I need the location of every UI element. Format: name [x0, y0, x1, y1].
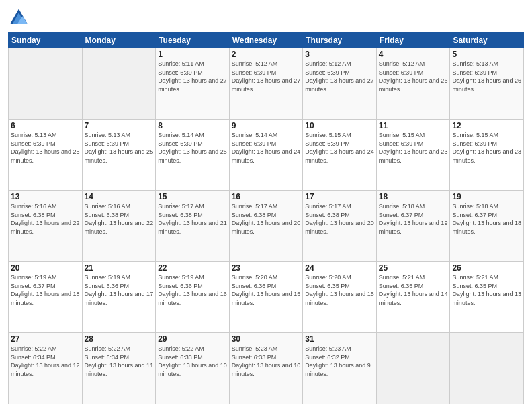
day-number: 18: [379, 192, 448, 201]
day-info: Sunrise: 5:14 AM Sunset: 6:39 PM Dayligh…: [158, 131, 227, 165]
calendar-cell: 11Sunrise: 5:15 AM Sunset: 6:39 PM Dayli…: [376, 120, 450, 191]
weekday-saturday: Saturday: [450, 33, 524, 48]
day-info: Sunrise: 5:19 AM Sunset: 6:37 PM Dayligh…: [11, 273, 80, 307]
page: SundayMondayTuesdayWednesdayThursdayFrid…: [0, 0, 532, 411]
day-info: Sunrise: 5:15 AM Sunset: 6:39 PM Dayligh…: [305, 131, 374, 165]
calendar-cell: 9Sunrise: 5:14 AM Sunset: 6:39 PM Daylig…: [229, 120, 303, 191]
day-info: Sunrise: 5:11 AM Sunset: 6:39 PM Dayligh…: [158, 60, 227, 93]
day-number: 28: [85, 334, 154, 344]
calendar-cell: 17Sunrise: 5:17 AM Sunset: 6:38 PM Dayli…: [303, 191, 377, 262]
day-number: 12: [452, 121, 521, 130]
day-number: 22: [158, 263, 227, 273]
calendar-cell: 20Sunrise: 5:19 AM Sunset: 6:37 PM Dayli…: [9, 262, 83, 333]
day-info: Sunrise: 5:18 AM Sunset: 6:37 PM Dayligh…: [379, 202, 448, 236]
calendar-cell: 25Sunrise: 5:21 AM Sunset: 6:35 PM Dayli…: [376, 262, 450, 333]
week-row-3: 13Sunrise: 5:16 AM Sunset: 6:38 PM Dayli…: [9, 191, 524, 262]
calendar-cell: 14Sunrise: 5:16 AM Sunset: 6:38 PM Dayli…: [82, 191, 156, 262]
calendar-cell: 13Sunrise: 5:16 AM Sunset: 6:38 PM Dayli…: [9, 191, 83, 262]
calendar-cell: [376, 333, 450, 404]
calendar-cell: 22Sunrise: 5:19 AM Sunset: 6:36 PM Dayli…: [156, 262, 230, 333]
day-info: Sunrise: 5:12 AM Sunset: 6:39 PM Dayligh…: [232, 60, 301, 93]
day-info: Sunrise: 5:18 AM Sunset: 6:37 PM Dayligh…: [452, 202, 521, 236]
day-info: Sunrise: 5:13 AM Sunset: 6:39 PM Dayligh…: [452, 60, 521, 93]
day-info: Sunrise: 5:12 AM Sunset: 6:39 PM Dayligh…: [379, 60, 448, 93]
calendar-cell: 10Sunrise: 5:15 AM Sunset: 6:39 PM Dayli…: [303, 120, 377, 191]
day-info: Sunrise: 5:22 AM Sunset: 6:34 PM Dayligh…: [11, 345, 80, 378]
calendar-cell: 21Sunrise: 5:19 AM Sunset: 6:36 PM Dayli…: [82, 262, 156, 333]
week-row-4: 20Sunrise: 5:19 AM Sunset: 6:37 PM Dayli…: [9, 262, 524, 333]
weekday-monday: Monday: [82, 33, 156, 48]
logo: [8, 7, 32, 28]
calendar-cell: 28Sunrise: 5:22 AM Sunset: 6:34 PM Dayli…: [82, 333, 156, 404]
day-number: 4: [379, 50, 448, 59]
calendar-cell: 4Sunrise: 5:12 AM Sunset: 6:39 PM Daylig…: [376, 48, 450, 120]
day-info: Sunrise: 5:19 AM Sunset: 6:36 PM Dayligh…: [158, 273, 227, 307]
calendar-cell: 30Sunrise: 5:23 AM Sunset: 6:33 PM Dayli…: [229, 333, 303, 404]
week-row-2: 6Sunrise: 5:13 AM Sunset: 6:39 PM Daylig…: [9, 120, 524, 191]
calendar-cell: [82, 48, 156, 120]
calendar-cell: 12Sunrise: 5:15 AM Sunset: 6:39 PM Dayli…: [450, 120, 524, 191]
day-number: 29: [158, 334, 227, 344]
day-info: Sunrise: 5:22 AM Sunset: 6:34 PM Dayligh…: [85, 345, 154, 378]
day-info: Sunrise: 5:20 AM Sunset: 6:36 PM Dayligh…: [232, 273, 301, 307]
weekday-sunday: Sunday: [9, 33, 83, 48]
day-info: Sunrise: 5:23 AM Sunset: 6:32 PM Dayligh…: [305, 345, 374, 378]
day-number: 26: [452, 263, 521, 273]
logo-icon: [8, 7, 30, 28]
calendar-cell: [9, 48, 83, 120]
week-row-1: 1Sunrise: 5:11 AM Sunset: 6:39 PM Daylig…: [9, 48, 524, 120]
calendar-cell: 8Sunrise: 5:14 AM Sunset: 6:39 PM Daylig…: [156, 120, 230, 191]
day-info: Sunrise: 5:15 AM Sunset: 6:39 PM Dayligh…: [379, 131, 448, 165]
day-number: 24: [305, 263, 374, 273]
day-number: 25: [379, 263, 448, 273]
calendar-cell: 7Sunrise: 5:13 AM Sunset: 6:39 PM Daylig…: [82, 120, 156, 191]
weekday-friday: Friday: [376, 33, 450, 48]
calendar-cell: 2Sunrise: 5:12 AM Sunset: 6:39 PM Daylig…: [229, 48, 303, 120]
day-info: Sunrise: 5:17 AM Sunset: 6:38 PM Dayligh…: [232, 202, 301, 236]
day-number: 7: [85, 121, 154, 130]
day-number: 1: [158, 50, 227, 59]
day-info: Sunrise: 5:19 AM Sunset: 6:36 PM Dayligh…: [85, 273, 154, 307]
calendar-cell: 27Sunrise: 5:22 AM Sunset: 6:34 PM Dayli…: [9, 333, 83, 404]
calendar-cell: 1Sunrise: 5:11 AM Sunset: 6:39 PM Daylig…: [156, 48, 230, 120]
day-info: Sunrise: 5:16 AM Sunset: 6:38 PM Dayligh…: [85, 202, 154, 236]
calendar-cell: 16Sunrise: 5:17 AM Sunset: 6:38 PM Dayli…: [229, 191, 303, 262]
day-number: 3: [305, 50, 374, 59]
calendar-cell: 18Sunrise: 5:18 AM Sunset: 6:37 PM Dayli…: [376, 191, 450, 262]
day-number: 14: [85, 192, 154, 201]
calendar-cell: [450, 333, 524, 404]
day-info: Sunrise: 5:14 AM Sunset: 6:39 PM Dayligh…: [232, 131, 301, 165]
day-info: Sunrise: 5:23 AM Sunset: 6:33 PM Dayligh…: [232, 345, 301, 378]
day-number: 2: [232, 50, 301, 59]
day-info: Sunrise: 5:22 AM Sunset: 6:33 PM Dayligh…: [158, 345, 227, 378]
day-number: 30: [232, 334, 301, 344]
calendar-cell: 15Sunrise: 5:17 AM Sunset: 6:38 PM Dayli…: [156, 191, 230, 262]
calendar-cell: 3Sunrise: 5:12 AM Sunset: 6:39 PM Daylig…: [303, 48, 377, 120]
day-number: 15: [158, 192, 227, 201]
day-info: Sunrise: 5:12 AM Sunset: 6:39 PM Dayligh…: [305, 60, 374, 93]
day-number: 17: [305, 192, 374, 201]
weekday-tuesday: Tuesday: [156, 33, 230, 48]
day-number: 9: [232, 121, 301, 130]
day-number: 20: [11, 263, 80, 273]
week-row-5: 27Sunrise: 5:22 AM Sunset: 6:34 PM Dayli…: [9, 333, 524, 404]
weekday-header-row: SundayMondayTuesdayWednesdayThursdayFrid…: [9, 33, 524, 48]
day-number: 13: [11, 192, 80, 201]
calendar-cell: 19Sunrise: 5:18 AM Sunset: 6:37 PM Dayli…: [450, 191, 524, 262]
day-info: Sunrise: 5:17 AM Sunset: 6:38 PM Dayligh…: [158, 202, 227, 236]
calendar-cell: 5Sunrise: 5:13 AM Sunset: 6:39 PM Daylig…: [450, 48, 524, 120]
day-number: 16: [232, 192, 301, 201]
weekday-thursday: Thursday: [303, 33, 377, 48]
day-number: 10: [305, 121, 374, 130]
day-number: 27: [11, 334, 80, 344]
calendar-cell: 23Sunrise: 5:20 AM Sunset: 6:36 PM Dayli…: [229, 262, 303, 333]
day-number: 31: [305, 334, 374, 344]
calendar-cell: 29Sunrise: 5:22 AM Sunset: 6:33 PM Dayli…: [156, 333, 230, 404]
calendar-cell: 26Sunrise: 5:21 AM Sunset: 6:35 PM Dayli…: [450, 262, 524, 333]
day-info: Sunrise: 5:21 AM Sunset: 6:35 PM Dayligh…: [379, 273, 448, 307]
day-info: Sunrise: 5:17 AM Sunset: 6:38 PM Dayligh…: [305, 202, 374, 236]
day-info: Sunrise: 5:13 AM Sunset: 6:39 PM Dayligh…: [11, 131, 80, 165]
day-info: Sunrise: 5:13 AM Sunset: 6:39 PM Dayligh…: [85, 131, 154, 165]
calendar-cell: 6Sunrise: 5:13 AM Sunset: 6:39 PM Daylig…: [9, 120, 83, 191]
day-info: Sunrise: 5:16 AM Sunset: 6:38 PM Dayligh…: [11, 202, 80, 236]
